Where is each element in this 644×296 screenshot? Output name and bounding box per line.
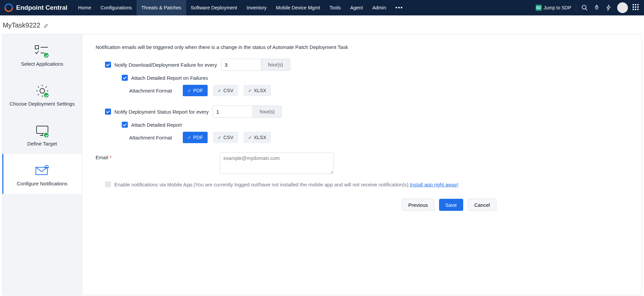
mail-notify-icon	[33, 163, 51, 178]
svg-line-13	[38, 86, 39, 87]
svg-line-15	[46, 86, 47, 87]
wizard-sidebar: Select Applications Choose Deployment Se…	[2, 34, 82, 295]
nav-mdm[interactable]: Mobile Device Mgmt	[271, 0, 325, 15]
task-titlebar: MyTask9222	[0, 15, 644, 34]
jump-to-sdp-link[interactable]: SD Jump to SDP	[536, 5, 571, 11]
monitor-icon	[33, 123, 51, 138]
email-input[interactable]	[220, 153, 334, 174]
task-title: MyTask9222	[3, 21, 40, 29]
step-complete-icon	[43, 92, 49, 98]
edit-title-icon[interactable]	[44, 23, 49, 28]
rocket-icon[interactable]	[593, 4, 600, 11]
check-icon: ✓	[218, 135, 221, 140]
attachment-format-label: Attachment Format	[129, 88, 183, 94]
notify-status-label: Notify Deployment Status Report for ever…	[114, 109, 209, 115]
jump-to-sdp-label: Jump to SDP	[544, 5, 571, 10]
check-icon: ✓	[218, 88, 221, 93]
divider	[576, 4, 576, 11]
check-icon: ✓	[187, 88, 191, 93]
failure-format-pdf[interactable]: ✓PDF	[183, 85, 208, 96]
status-interval-unit: hour(s)	[253, 106, 282, 118]
previous-button[interactable]: Previous	[402, 199, 434, 211]
svg-point-2	[582, 5, 586, 9]
notify-failure-label: Notify Download/Deployment Failure for e…	[114, 62, 217, 68]
top-navbar: Endpoint Central Home Configurations Thr…	[0, 0, 644, 15]
failure-format-xlsx[interactable]: ✓XLSX	[244, 85, 271, 96]
nav-software-deployment[interactable]: Software Deployment	[186, 0, 242, 15]
sdp-badge-icon: SD	[536, 5, 542, 11]
status-format-csv[interactable]: ✓CSV	[213, 132, 238, 143]
info-text: Notification emails will be triggered on…	[96, 44, 628, 50]
attach-failures-row: Attach Detailed Report on Failures	[122, 75, 628, 81]
nav-threats-patches[interactable]: Threats & Patches	[137, 0, 186, 15]
failure-interval-input[interactable]	[221, 59, 261, 71]
cancel-button[interactable]: Cancel	[468, 199, 496, 211]
topbar-right: SD Jump to SDP	[536, 2, 640, 13]
status-interval-input[interactable]	[213, 106, 253, 118]
failure-interval-unit: hour(s)	[261, 59, 290, 71]
status-format-xlsx[interactable]: ✓XLSX	[244, 132, 271, 143]
product-logo-icon	[4, 3, 13, 12]
attach-failures-checkbox[interactable]	[122, 75, 128, 81]
attach-detailed-checkbox[interactable]	[122, 122, 128, 128]
required-star: *	[110, 155, 112, 160]
failure-format-csv[interactable]: ✓CSV	[213, 85, 238, 96]
nav-home[interactable]: Home	[73, 0, 96, 15]
failure-format-row: Attachment Format ✓PDF ✓CSV ✓XLSX	[129, 85, 628, 96]
nav-tools[interactable]: Tools	[325, 0, 345, 15]
mobile-app-text: Enable notifications via Mobile App.(You…	[114, 182, 410, 187]
step-complete-icon	[43, 132, 49, 138]
svg-rect-5	[35, 46, 39, 49]
nav-admin[interactable]: Admin	[368, 0, 391, 15]
attach-failures-label: Attach Detailed Report on Failures	[131, 75, 208, 81]
svg-line-16	[38, 94, 39, 95]
notify-status-row: Notify Deployment Status Report for ever…	[105, 106, 628, 118]
bolt-icon[interactable]	[605, 4, 612, 11]
nav-configurations[interactable]: Configurations	[96, 0, 137, 15]
step-complete-icon	[43, 52, 49, 58]
mobile-app-row: Enable notifications via Mobile App.(You…	[105, 181, 628, 187]
step-define-target[interactable]: Define Target	[2, 114, 82, 154]
install-app-link[interactable]: Install app right away!	[410, 182, 459, 187]
search-icon[interactable]	[581, 4, 588, 11]
email-label: Email*	[96, 153, 220, 160]
brand-title: Endpoint Central	[16, 4, 67, 11]
save-button[interactable]: Save	[439, 199, 463, 211]
attach-detailed-label: Attach Detailed Report	[131, 122, 182, 128]
svg-line-3	[586, 9, 587, 10]
svg-point-8	[40, 88, 45, 93]
check-icon: ✓	[187, 135, 191, 140]
nav-more-icon[interactable]: •••	[391, 0, 408, 15]
step-configure-notifications[interactable]: Configure Notifications	[2, 154, 82, 194]
main-panel: Notification emails will be triggered on…	[82, 34, 642, 295]
step-label: Choose Deployment Settings	[6, 101, 78, 107]
mobile-app-checkbox[interactable]	[105, 181, 111, 187]
step-choose-deployment-settings[interactable]: Choose Deployment Settings	[2, 74, 82, 114]
email-row: Email*	[96, 153, 628, 174]
step-label: Define Target	[6, 141, 78, 146]
nav-inventory[interactable]: Inventory	[242, 0, 271, 15]
user-avatar[interactable]	[617, 2, 628, 13]
step-label: Configure Notifications	[6, 181, 78, 186]
check-icon: ✓	[248, 135, 252, 140]
checklist-icon	[33, 44, 51, 58]
attach-detailed-row: Attach Detailed Report	[122, 122, 628, 128]
brand-block: Endpoint Central	[4, 3, 73, 12]
status-format-pdf[interactable]: ✓PDF	[183, 132, 208, 143]
step-select-applications[interactable]: Select Applications	[2, 34, 82, 74]
check-icon: ✓	[248, 88, 252, 93]
gear-icon	[33, 83, 51, 98]
attachment-format-label-2: Attachment Format	[129, 135, 183, 140]
main-nav: Home Configurations Threats & Patches So…	[73, 0, 408, 15]
status-format-row: Attachment Format ✓PDF ✓CSV ✓XLSX	[129, 132, 628, 143]
step-label: Select Applications	[6, 61, 78, 67]
notify-failure-checkbox[interactable]	[105, 62, 111, 68]
content-shell: Select Applications Choose Deployment Se…	[2, 34, 642, 295]
notify-status-checkbox[interactable]	[105, 109, 111, 115]
svg-point-4	[596, 6, 597, 7]
apps-grid-icon[interactable]	[633, 4, 640, 11]
nav-agent[interactable]: Agent	[345, 0, 368, 15]
action-buttons: Previous Save Cancel	[270, 199, 628, 211]
notify-failure-row: Notify Download/Deployment Failure for e…	[105, 59, 628, 71]
